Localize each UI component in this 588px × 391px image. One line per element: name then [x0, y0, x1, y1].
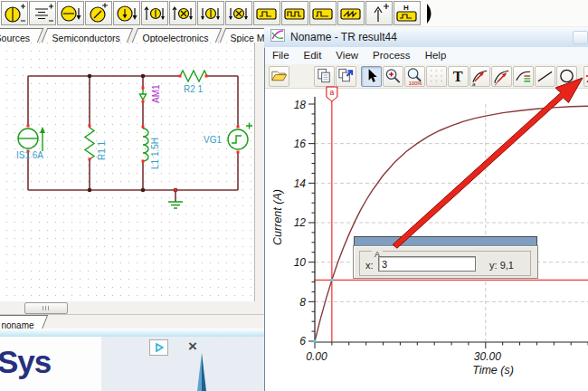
sheet-tab-noname[interactable]: noname: [0, 315, 48, 329]
current-curve: [315, 106, 588, 341]
current-source-IS1[interactable]: [18, 127, 45, 151]
tool-line-tool-button[interactable]: [535, 66, 555, 87]
controlled-source-ccvs-icon: [199, 3, 223, 24]
cursor-popup-body: A x: y: 9,1: [353, 245, 538, 279]
pulse-source-icon: [255, 3, 279, 24]
tool-controlled-source-ccvs-button[interactable]: [197, 1, 224, 25]
tool-zoom-100-button[interactable]: 100%: [404, 66, 425, 87]
svg-text:100%: 100%: [409, 81, 422, 86]
tool-controlled-source-cccs-button[interactable]: [225, 1, 252, 25]
menu-edit[interactable]: Edit: [297, 47, 329, 64]
menu-view[interactable]: View: [328, 47, 365, 64]
result-window-titlebar[interactable]: Noname - TR result44: [264, 27, 588, 48]
line-tool-icon: [536, 66, 555, 86]
tool-autoscale-a-button[interactable]: a: [469, 66, 490, 87]
label-R2: R2 1: [184, 84, 204, 94]
battery-icon: [31, 3, 54, 24]
text-tool-icon: T: [449, 66, 468, 86]
select-tool-icon: [362, 66, 381, 86]
label-R1: R1 1: [97, 140, 107, 160]
ad-close-icon[interactable]: ×: [180, 338, 205, 355]
schematic-canvas[interactable]: IS1 6A R1 1 AM1 L1 1.5H R2 1 VG1: [0, 43, 264, 301]
svg-text:12: 12: [294, 216, 307, 229]
tool-pulse-source-button[interactable]: [253, 1, 280, 25]
tool-voltage-generator-button[interactable]: [85, 1, 112, 25]
controlled-source-vccs-icon: [171, 3, 194, 24]
label-VG1: VG1: [204, 135, 222, 145]
ad-banner[interactable]: Sys ×: [0, 337, 264, 391]
controlled-source-cccs-icon: [227, 3, 251, 24]
grid-icon: [427, 66, 446, 86]
pulse-source-2-icon: [311, 3, 335, 24]
tool-text-tool-button[interactable]: T: [448, 66, 469, 87]
sample-hold-icon: H: [395, 3, 419, 24]
tool-select-tool-button[interactable]: [361, 66, 382, 87]
menu-file[interactable]: File: [265, 47, 297, 64]
tool-open-button[interactable]: [269, 66, 289, 87]
inductor-L1[interactable]: [143, 129, 148, 161]
current-generator-icon: [115, 3, 138, 24]
cursor-a-flag[interactable]: a: [327, 87, 337, 101]
window-control-partial: [573, 31, 588, 44]
ammeter-AM1[interactable]: [140, 90, 147, 100]
copy-icon: [315, 66, 334, 86]
resistor-R2[interactable]: [180, 71, 207, 81]
tab-optoelectronics[interactable]: Optoelectronics: [132, 28, 222, 43]
adchoices-icon[interactable]: [149, 339, 168, 356]
tool-sawtooth-source-button[interactable]: [337, 1, 365, 25]
tab-semiconductors[interactable]: Semiconductors: [42, 28, 134, 43]
cursor-x-label: x:: [365, 260, 374, 271]
y-axis-title: Current (A): [271, 136, 284, 299]
junction-dots: [88, 74, 178, 193]
tab-sources[interactable]: Sources: [0, 28, 43, 43]
cursor-group-box: A x: y: 9,1: [359, 251, 531, 276]
svg-text:18: 18: [294, 99, 307, 111]
tool-battery-button[interactable]: [29, 1, 56, 25]
tool-pulse-source-2-button[interactable]: [309, 1, 337, 25]
ground-symbol[interactable]: [168, 202, 183, 208]
tool-grid-button[interactable]: [426, 66, 447, 87]
schematic-horizontal-scrollbar[interactable]: [0, 301, 264, 314]
tina-app: { "app": { "component_toolbar_icons": ["…: [0, 0, 588, 391]
tool-square-wave-source-button[interactable]: [281, 1, 308, 25]
tool-current-generator-button[interactable]: [113, 1, 140, 25]
dc-voltage-source-icon: [3, 3, 26, 24]
autoscale-a-icon: a: [470, 66, 489, 86]
tool-autoscale-b-button[interactable]: ?: [491, 66, 512, 87]
tool-copy-special-button[interactable]: [336, 66, 356, 87]
circle-tool-icon: [557, 66, 576, 86]
component-palette: H: [0, 0, 588, 27]
open-icon: [270, 66, 289, 86]
cursor-x-input[interactable]: [378, 256, 476, 272]
cursor-popup: A x: y: 9,1: [353, 236, 537, 278]
menu-process[interactable]: Process: [365, 47, 418, 64]
tool-sample-hold-button[interactable]: H: [394, 1, 421, 25]
svg-text:H: H: [403, 4, 409, 12]
svg-text:16: 16: [294, 138, 307, 150]
tool-cursor-a-button[interactable]: a: [583, 66, 588, 87]
voltage-source-VG1[interactable]: [228, 123, 252, 150]
voltage-generator-icon: [87, 3, 110, 24]
x-axis-title: Time (s): [443, 364, 543, 377]
label-AM1: AM1: [151, 84, 161, 103]
tool-dc-voltage-source-button[interactable]: [1, 1, 28, 25]
tool-legend-button[interactable]: [513, 66, 534, 87]
tool-controlled-source-vcvs-button[interactable]: [141, 1, 168, 25]
tool-copy-button[interactable]: [314, 66, 335, 87]
resistor-R1[interactable]: [85, 128, 94, 159]
tool-circle-tool-button[interactable]: [556, 66, 577, 87]
palette-flyout-arrow-icon[interactable]: [425, 3, 436, 28]
svg-text:30.00: 30.00: [474, 350, 501, 363]
scrollbar-thumb[interactable]: [24, 302, 68, 314]
tool-zoom-in-button[interactable]: [383, 66, 403, 87]
svg-text:a: a: [330, 88, 335, 97]
terminal-marks: [27, 75, 240, 192]
tool-signal-arrow-button[interactable]: [365, 1, 393, 25]
tool-controlled-source-vccs-button[interactable]: [169, 1, 196, 25]
controlled-source-vcvs-icon: [143, 3, 166, 24]
svg-text:6: 6: [299, 335, 306, 348]
legend-icon: [514, 66, 533, 86]
menu-help[interactable]: Help: [418, 47, 454, 64]
tool-dc-current-source-button[interactable]: [57, 1, 84, 25]
svg-text:8: 8: [299, 296, 306, 309]
